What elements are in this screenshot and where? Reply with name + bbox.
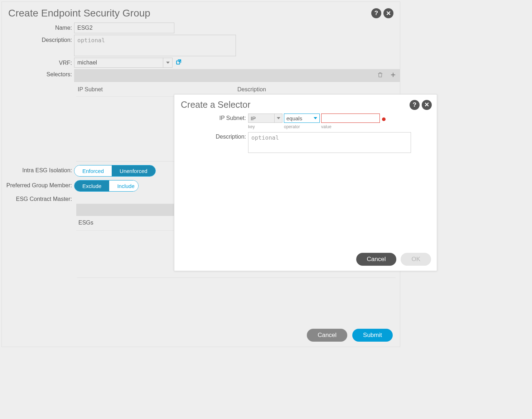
row-vrf: VRF: michael	[2, 58, 400, 68]
operator-value: equals	[284, 115, 314, 121]
chevron-down-icon	[163, 58, 172, 67]
main-header: Create Endpoint Security Group ? ✕	[2, 2, 400, 21]
cancel-button[interactable]: Cancel	[307, 329, 347, 342]
ecm-toolbar	[76, 204, 174, 216]
selectors-toolbar	[74, 69, 400, 82]
submit-button[interactable]: Submit	[352, 329, 393, 342]
label-ecm: ESG Contract Master:	[2, 194, 74, 202]
plus-icon[interactable]	[390, 72, 396, 80]
pgm-exclude[interactable]: Exclude	[74, 180, 109, 191]
vrf-select[interactable]: michael	[74, 58, 173, 68]
ecm-col-esgs: ESGs	[76, 216, 174, 231]
label-name: Name:	[2, 23, 74, 31]
error-icon	[382, 117, 386, 121]
close-icon[interactable]: ✕	[383, 8, 393, 18]
sub-cancel-button[interactable]: Cancel	[356, 253, 397, 266]
vrf-value: michael	[74, 59, 163, 66]
col-ip-subnet: IP Subnet	[76, 86, 237, 93]
help-icon[interactable]: ?	[371, 8, 381, 18]
hint-row: key operator value	[248, 124, 437, 129]
sub-title: Create a Selector	[181, 100, 251, 110]
hint-value: value	[321, 124, 332, 129]
hint-key: key	[248, 124, 284, 129]
operator-select[interactable]: equals	[284, 114, 320, 123]
trash-icon[interactable]	[377, 72, 383, 80]
name-input[interactable]	[74, 23, 174, 33]
help-icon[interactable]: ?	[410, 100, 420, 110]
bottom-divider	[77, 278, 396, 278]
intra-enforced[interactable]: Enforced	[74, 165, 112, 176]
row-ip-subnet: IP Subnet: IP equals	[174, 114, 437, 123]
sub-description-input[interactable]	[248, 132, 411, 153]
key-select[interactable]: IP	[248, 114, 282, 123]
sub-header-actions: ? ✕	[410, 100, 432, 110]
label-sub-description: Description:	[174, 132, 248, 140]
page-title: Create Endpoint Security Group	[8, 8, 150, 19]
sub-footer: Cancel OK	[356, 253, 431, 266]
intra-unenforced[interactable]: Unenforced	[112, 165, 155, 176]
pgm-toggle: Exclude Include	[74, 180, 139, 192]
label-ip-subnet: IP Subnet:	[174, 114, 248, 121]
row-selectors: Selectors:	[2, 69, 400, 82]
chevron-down-icon	[314, 117, 317, 119]
main-footer: Cancel Submit	[307, 329, 393, 342]
hint-operator: operator	[284, 124, 321, 129]
intra-toggle: Enforced Unenforced	[74, 165, 156, 177]
label-vrf: VRF:	[2, 58, 74, 66]
label-selectors: Selectors:	[2, 69, 74, 78]
value-input[interactable]	[321, 114, 380, 123]
open-external-icon[interactable]	[175, 59, 182, 67]
sub-header: Create a Selector ? ✕	[174, 95, 437, 112]
col-description: Description	[237, 86, 266, 93]
label-pgm: Preferred Group Member:	[2, 180, 74, 189]
label-description: Description:	[2, 35, 74, 43]
divider	[76, 161, 174, 162]
vrf-wrap: michael	[74, 58, 182, 68]
create-selector-dialog: Create a Selector ? ✕ IP Subnet: IP equa…	[174, 94, 437, 271]
pgm-include[interactable]: Include	[109, 180, 139, 191]
row-description: Description:	[2, 35, 400, 56]
description-input[interactable]	[74, 35, 236, 56]
chevron-down-icon	[274, 114, 282, 122]
close-icon[interactable]: ✕	[422, 100, 432, 110]
row-sub-description: Description:	[174, 132, 437, 153]
label-intra: Intra ESG Isolation:	[2, 165, 74, 174]
header-actions: ? ✕	[371, 8, 393, 18]
row-name: Name:	[2, 23, 400, 33]
sub-ok-button[interactable]: OK	[401, 253, 431, 266]
key-value: IP	[248, 115, 274, 121]
